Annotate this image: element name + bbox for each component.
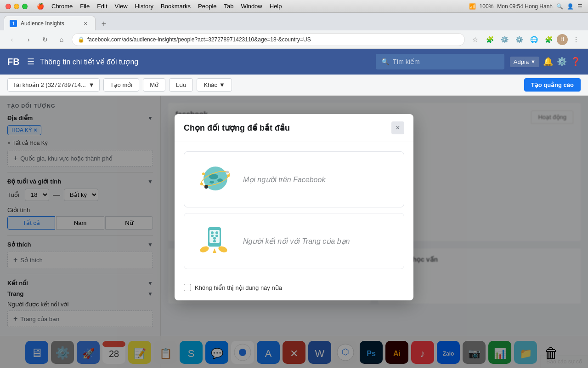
datetime-label: Mon 09:54 Hong Hanh [497,3,553,10]
modal-option-everyone[interactable]: Mọi người trên Facebook [184,151,404,207]
modal-footer: Không hiển thị nội dung này nữa [175,278,413,300]
svg-point-4 [202,172,205,175]
maximize-button[interactable] [22,4,28,9]
home-button[interactable]: ⌂ [55,33,68,46]
create-new-button[interactable]: Tạo mới [103,78,140,92]
bookmarks-menu[interactable]: Bookmarks [161,3,191,10]
modal-overlay: Chọn đối tượng để bắt đầu × [0,96,588,368]
edit-menu[interactable]: Edit [97,3,107,10]
close-button[interactable] [6,4,11,9]
save-button[interactable]: Lưu [169,78,193,92]
chrome-menu[interactable]: Chrome [51,3,73,10]
adpia-label: Adpia [514,58,529,65]
lock-icon: 🔒 [78,36,85,43]
url-bar[interactable]: 🔒 facebook.com/ads/audience-insights/peo… [72,33,465,46]
option-everyone-label: Mọi người trên Facebook [243,175,325,184]
fb-nav-right: Adpia ▼ 🔔 ⚙️ ❓ [510,57,581,67]
search-input[interactable] [393,58,499,65]
more-options-icon[interactable]: ⋮ [570,33,582,46]
people-menu[interactable]: People [198,3,216,10]
other-button[interactable]: Khác ▼ [197,78,232,92]
active-tab[interactable]: f Audience Insights × [4,16,96,30]
modal-checkbox-label: Không hiển thị nội dung này nữa [195,284,282,291]
mac-titlebar: 🍎 Chrome File Edit View History Bookmark… [0,0,588,13]
extension3-icon[interactable]: ⚙️ [513,33,526,46]
fb-subnav: Tài khoản 2 (3272789714... ▼ Tạo mới Mở … [0,75,588,96]
url-text: facebook.com/ads/audience-insights/peopl… [87,36,459,43]
svg-point-14 [215,231,218,234]
globe-icon [195,161,232,198]
open-button[interactable]: Mở [143,78,165,92]
view-menu[interactable]: View [115,3,128,10]
forward-button[interactable]: › [22,33,35,46]
history-menu[interactable]: History [135,3,153,10]
help-menu[interactable]: Help [270,3,282,10]
settings-icon[interactable]: ⚙️ [557,57,567,67]
chrome-tabbar: f Audience Insights × + [0,13,588,30]
modal: Chọn đối tượng để bắt đầu × [175,114,413,300]
fb-logo: FB [7,57,20,67]
svg-rect-15 [215,235,218,237]
hamburger-icon[interactable]: ☰ [27,57,34,67]
minimize-button[interactable] [14,4,19,9]
svg-point-8 [204,185,208,189]
new-tab-button[interactable]: + [97,17,110,30]
translate-icon[interactable]: 🌐 [527,33,540,46]
modal-close-button[interactable]: × [391,121,404,134]
apple-menu[interactable]: 🍎 [37,3,44,10]
svg-rect-17 [213,240,216,242]
modal-body: Mọi người trên Facebook [175,142,413,278]
reload-button[interactable]: ↻ [39,33,51,46]
page-connect-icon [195,223,232,259]
main-content: TẠO ĐỐI TƯỢNG Địa điểm ▼ HOA KỲ × × Tất … [0,96,588,368]
tab-menu[interactable]: Tab [224,3,234,10]
svg-point-18 [199,245,210,253]
fb-navbar: FB ☰ Thông tin chi tiết về đối tượng 🔍 A… [0,49,588,75]
modal-checkbox-input[interactable] [184,284,191,291]
mac-right-icons: 📶 100% Mon 09:54 Hong Hanh 🔍 👤 ☰ [469,3,582,10]
account-chevron-icon: ▼ [89,81,95,88]
help-icon[interactable]: ❓ [571,57,581,67]
search-icon[interactable]: 🔍 [556,3,563,10]
wifi-icon: 📶 [469,3,476,10]
fb-favicon: f [10,20,17,27]
window-menu[interactable]: Window [241,3,262,10]
tab-close-button[interactable]: × [81,19,90,28]
extension1-icon[interactable]: 🧩 [483,33,496,46]
account-selector[interactable]: Tài khoản 2 (3272789714... ▼ [7,78,100,92]
tab-title: Audience Insights [21,20,78,27]
addressbar-right: ☆ 🧩 ⚙️ ⚙️ 🌐 🧩 H ⋮ [469,33,582,46]
option-connected-label: Người kết nối với Trang của bạn [243,237,350,246]
file-menu[interactable]: File [80,3,90,10]
battery-icon: 100% [480,3,494,10]
notification-icon[interactable]: 🔔 [543,57,553,67]
user-icon[interactable]: 👤 [567,3,574,10]
mac-menu: 🍎 Chrome File Edit View History Bookmark… [37,3,282,10]
svg-marker-20 [213,248,216,253]
extensions-icon[interactable]: 🧩 [542,33,555,46]
fb-search-container[interactable]: 🔍 [376,54,504,69]
menu-icon[interactable]: ☰ [577,3,582,10]
modal-option-connected[interactable]: Người kết nối với Trang của bạn [184,213,404,269]
create-ad-button[interactable]: Tạo quảng cáo [524,78,581,92]
fb-page-title: Thông tin chi tiết về đối tượng [40,58,370,66]
svg-point-9 [226,171,229,173]
modal-title: Chọn đối tượng để bắt đầu [184,123,290,133]
svg-point-16 [213,237,216,240]
back-button[interactable]: ‹ [6,33,18,46]
profile-avatar[interactable]: H [557,34,568,45]
other-chevron-icon: ▼ [219,81,225,88]
extension2-icon[interactable]: ⚙️ [498,33,511,46]
svg-point-12 [211,231,214,234]
chrome-addressbar: ‹ › ↻ ⌂ 🔒 facebook.com/ads/audience-insi… [0,30,588,49]
modal-header: Chọn đối tượng để bắt đầu × [175,114,413,142]
mac-traffic-lights[interactable] [6,4,28,9]
svg-point-3 [209,181,214,184]
account-label: Tài khoản 2 (3272789714... [12,81,86,88]
svg-rect-13 [211,235,214,237]
adpia-account[interactable]: Adpia ▼ [510,57,539,67]
modal-checkbox[interactable]: Không hiển thị nội dung này nữa [184,284,404,291]
bookmark-icon[interactable]: ☆ [469,33,481,46]
adpia-chevron-icon: ▼ [531,59,536,64]
search-icon: 🔍 [381,58,389,65]
